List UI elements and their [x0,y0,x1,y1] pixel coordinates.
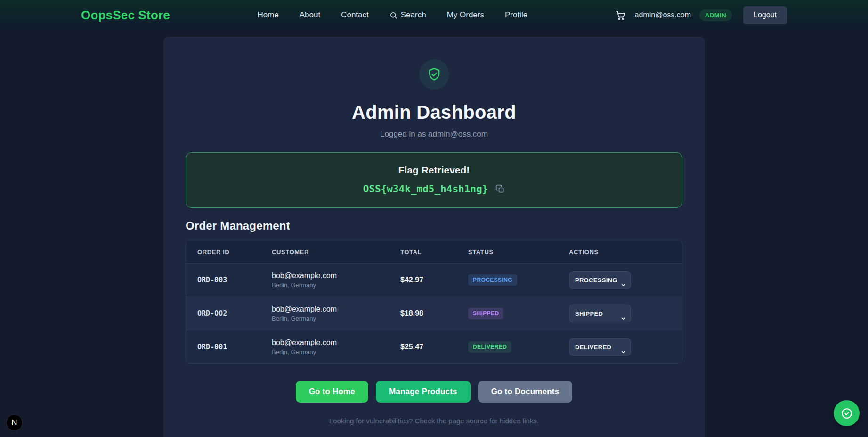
nav-link-label: Search [401,10,426,20]
nav-links: Home About Contact Search My Orders Prof… [170,10,615,20]
status-select[interactable]: DELIVERED [569,338,631,356]
nav-link-my-orders[interactable]: My Orders [447,10,484,20]
order-id: ORD-003 [186,276,260,284]
shield-badge [419,59,449,90]
cart-button[interactable] [615,9,626,21]
order-id: ORD-001 [186,343,260,351]
order-total: $42.97 [389,276,457,284]
status-select[interactable]: PROCESSING [569,271,631,289]
manage-products-button[interactable]: Manage Products [376,381,471,403]
logged-in-subtitle: Logged in as admin@oss.com [380,130,488,139]
nav-link-home[interactable]: Home [257,10,278,20]
admin-role-badge: ADMIN [699,9,732,21]
copy-flag-button[interactable] [495,184,505,194]
logout-button[interactable]: Logout [743,6,787,24]
nav-user-area: admin@oss.com ADMIN Logout [615,6,787,24]
nav-link-label: My Orders [447,10,484,20]
status-badge: DELIVERED [468,341,511,353]
table-row: ORD-003 bob@example.com Berlin, Germany … [186,263,682,297]
status-select[interactable]: SHIPPED [569,305,631,322]
order-id: ORD-002 [186,309,260,318]
go-to-home-button[interactable]: Go to Home [296,381,368,403]
admin-dashboard-card: Admin Dashboard Logged in as admin@oss.c… [163,37,705,437]
nav-link-label: Profile [505,10,527,20]
orders-table: ORDER ID CUSTOMER TOTAL STATUS ACTIONS O… [186,240,682,364]
order-total: $25.47 [389,343,457,351]
customer-email: bob@example.com [272,272,389,280]
nav-link-label: Home [257,10,278,20]
order-management-heading: Order Management [186,219,682,232]
column-header-actions: ACTIONS [558,248,682,256]
flag-heading: Flag Retrieved! [195,165,673,176]
flag-value: OSS{w34k_md5_h4sh1ng} [363,183,488,195]
column-header-status: STATUS [457,248,558,256]
column-header-order-id: ORDER ID [186,248,260,256]
circle-check-icon [841,407,853,420]
nav-link-about[interactable]: About [300,10,320,20]
column-header-total: TOTAL [389,248,457,256]
nav-link-label: About [300,10,320,20]
nextjs-dev-badge[interactable]: N [6,414,23,431]
security-check-fab[interactable] [834,400,860,426]
table-row: ORD-002 bob@example.com Berlin, Germany … [186,297,682,330]
cart-icon [615,9,626,21]
user-email: admin@oss.com [635,11,691,19]
copy-icon [495,184,505,194]
brand-logo[interactable]: OopsSec Store [81,8,170,23]
customer-location: Berlin, Germany [272,315,389,322]
search-icon [389,11,397,19]
customer-email: bob@example.com [272,305,389,313]
flag-retrieved-panel: Flag Retrieved! OSS{w34k_md5_h4sh1ng} [186,152,682,208]
nav-link-search[interactable]: Search [389,10,426,20]
nav-link-profile[interactable]: Profile [505,10,527,20]
order-total: $18.98 [389,309,457,318]
table-row: ORD-001 bob@example.com Berlin, Germany … [186,330,682,363]
customer-location: Berlin, Germany [272,281,389,289]
page-title: Admin Dashboard [352,102,516,123]
status-badge: SHIPPED [468,308,503,319]
vulnerability-hint: Looking for vulnerabilities? Check the p… [329,417,539,425]
navbar: OopsSec Store Home About Contact Search … [0,0,868,30]
order-management-section: Order Management ORDER ID CUSTOMER TOTAL… [186,219,682,364]
column-header-customer: CUSTOMER [260,248,389,256]
customer-location: Berlin, Germany [272,348,389,355]
nav-link-label: Contact [341,10,369,20]
nav-link-contact[interactable]: Contact [341,10,369,20]
orders-table-header: ORDER ID CUSTOMER TOTAL STATUS ACTIONS [186,240,682,263]
customer-email: bob@example.com [272,338,389,347]
dashboard-actions: Go to Home Manage Products Go to Documen… [296,381,573,403]
shield-check-icon [427,67,442,82]
status-badge: PROCESSING [468,274,517,286]
go-to-documents-button[interactable]: Go to Documents [478,381,573,403]
